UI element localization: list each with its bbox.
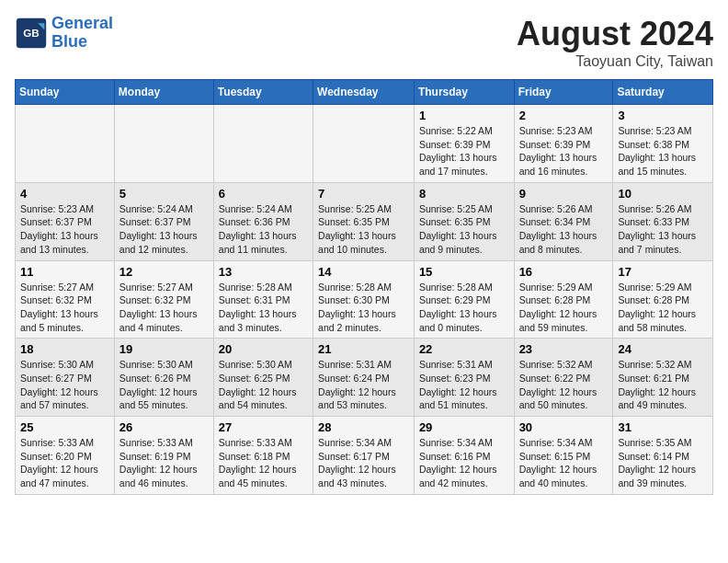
- day-number: 13: [219, 265, 308, 279]
- header-wednesday: Wednesday: [313, 80, 415, 105]
- calendar-cell: 5Sunrise: 5:24 AM Sunset: 6:37 PM Daylig…: [114, 182, 213, 260]
- calendar-cell: 27Sunrise: 5:33 AM Sunset: 6:18 PM Dayli…: [213, 417, 313, 495]
- day-number: 21: [318, 342, 409, 356]
- calendar-cell: 21Sunrise: 5:31 AM Sunset: 6:24 PM Dayli…: [313, 339, 415, 417]
- calendar-cell: 13Sunrise: 5:28 AM Sunset: 6:31 PM Dayli…: [213, 260, 313, 339]
- day-number: 20: [219, 342, 308, 356]
- svg-text:GB: GB: [23, 26, 40, 38]
- header-sunday: Sunday: [16, 80, 115, 105]
- day-number: 18: [20, 342, 109, 356]
- day-info: Sunrise: 5:25 AM Sunset: 6:35 PM Dayligh…: [419, 202, 509, 257]
- day-info: Sunrise: 5:30 AM Sunset: 6:25 PM Dayligh…: [219, 358, 308, 412]
- day-number: 9: [519, 187, 609, 201]
- day-info: Sunrise: 5:24 AM Sunset: 6:37 PM Dayligh…: [119, 202, 209, 257]
- day-info: Sunrise: 5:27 AM Sunset: 6:32 PM Dayligh…: [20, 281, 109, 335]
- day-info: Sunrise: 5:24 AM Sunset: 6:36 PM Dayligh…: [219, 202, 308, 257]
- day-info: Sunrise: 5:32 AM Sunset: 6:22 PM Dayligh…: [519, 358, 609, 412]
- calendar-cell: 8Sunrise: 5:25 AM Sunset: 6:35 PM Daylig…: [414, 182, 514, 260]
- day-number: 27: [219, 420, 308, 434]
- header-tuesday: Tuesday: [213, 80, 313, 105]
- header-friday: Friday: [514, 80, 613, 105]
- header-thursday: Thursday: [414, 80, 514, 105]
- week-row-2: 4Sunrise: 5:23 AM Sunset: 6:37 PM Daylig…: [16, 182, 713, 260]
- calendar-cell: 7Sunrise: 5:25 AM Sunset: 6:35 PM Daylig…: [313, 182, 415, 260]
- day-number: 17: [618, 265, 708, 279]
- calendar-cell: [16, 105, 115, 183]
- day-info: Sunrise: 5:33 AM Sunset: 6:18 PM Dayligh…: [219, 436, 308, 490]
- header-monday: Monday: [114, 80, 213, 105]
- day-info: Sunrise: 5:23 AM Sunset: 6:38 PM Dayligh…: [618, 124, 708, 178]
- day-info: Sunrise: 5:26 AM Sunset: 6:33 PM Dayligh…: [618, 202, 708, 257]
- day-number: 31: [618, 420, 708, 434]
- calendar-cell: 25Sunrise: 5:33 AM Sunset: 6:20 PM Dayli…: [16, 417, 115, 495]
- calendar-cell: 16Sunrise: 5:29 AM Sunset: 6:28 PM Dayli…: [514, 260, 613, 339]
- logo-icon: GB: [15, 17, 48, 50]
- calendar-cell: 22Sunrise: 5:31 AM Sunset: 6:23 PM Dayli…: [414, 339, 514, 417]
- day-info: Sunrise: 5:29 AM Sunset: 6:28 PM Dayligh…: [519, 281, 609, 335]
- day-number: 22: [419, 342, 509, 356]
- day-info: Sunrise: 5:25 AM Sunset: 6:35 PM Dayligh…: [318, 202, 409, 257]
- day-number: 30: [519, 420, 609, 434]
- day-info: Sunrise: 5:23 AM Sunset: 6:39 PM Dayligh…: [519, 124, 609, 178]
- day-info: Sunrise: 5:31 AM Sunset: 6:23 PM Dayligh…: [419, 358, 509, 412]
- day-info: Sunrise: 5:35 AM Sunset: 6:14 PM Dayligh…: [618, 436, 708, 490]
- logo: GB General Blue: [15, 15, 113, 52]
- day-number: 6: [219, 187, 308, 201]
- day-number: 23: [519, 342, 609, 356]
- day-number: 26: [119, 420, 209, 434]
- calendar-cell: 20Sunrise: 5:30 AM Sunset: 6:25 PM Dayli…: [213, 339, 313, 417]
- day-number: 3: [618, 109, 708, 122]
- day-info: Sunrise: 5:30 AM Sunset: 6:26 PM Dayligh…: [119, 358, 209, 412]
- calendar-cell: 3Sunrise: 5:23 AM Sunset: 6:38 PM Daylig…: [613, 105, 713, 183]
- day-number: 10: [618, 187, 708, 201]
- day-number: 8: [419, 187, 509, 201]
- day-number: 15: [419, 265, 509, 279]
- calendar-cell: 29Sunrise: 5:34 AM Sunset: 6:16 PM Dayli…: [414, 417, 514, 495]
- day-number: 1: [419, 109, 509, 122]
- day-info: Sunrise: 5:34 AM Sunset: 6:17 PM Dayligh…: [318, 436, 409, 490]
- header-saturday: Saturday: [613, 80, 713, 105]
- calendar-header-row: SundayMondayTuesdayWednesdayThursdayFrid…: [16, 80, 713, 105]
- title-block: August 2024 Taoyuan City, Taiwan: [517, 15, 713, 70]
- calendar-cell: 28Sunrise: 5:34 AM Sunset: 6:17 PM Dayli…: [313, 417, 415, 495]
- day-info: Sunrise: 5:32 AM Sunset: 6:21 PM Dayligh…: [618, 358, 708, 412]
- calendar-cell: [313, 105, 415, 183]
- day-info: Sunrise: 5:33 AM Sunset: 6:20 PM Dayligh…: [20, 436, 109, 490]
- week-row-5: 25Sunrise: 5:33 AM Sunset: 6:20 PM Dayli…: [16, 417, 713, 495]
- calendar-cell: 9Sunrise: 5:26 AM Sunset: 6:34 PM Daylig…: [514, 182, 613, 260]
- day-info: Sunrise: 5:22 AM Sunset: 6:39 PM Dayligh…: [419, 124, 509, 178]
- day-number: 2: [519, 109, 609, 122]
- calendar-cell: 6Sunrise: 5:24 AM Sunset: 6:36 PM Daylig…: [213, 182, 313, 260]
- day-number: 14: [318, 265, 409, 279]
- day-number: 7: [318, 187, 409, 201]
- day-number: 16: [519, 265, 609, 279]
- logo-text: General Blue: [51, 15, 113, 52]
- calendar-table: SundayMondayTuesdayWednesdayThursdayFrid…: [15, 79, 713, 495]
- day-info: Sunrise: 5:28 AM Sunset: 6:29 PM Dayligh…: [419, 281, 509, 335]
- calendar-cell: [213, 105, 313, 183]
- main-title: August 2024: [517, 15, 713, 53]
- week-row-1: 1Sunrise: 5:22 AM Sunset: 6:39 PM Daylig…: [16, 105, 713, 183]
- day-number: 25: [20, 420, 109, 434]
- calendar-cell: 18Sunrise: 5:30 AM Sunset: 6:27 PM Dayli…: [16, 339, 115, 417]
- day-number: 28: [318, 420, 409, 434]
- logo-line1: General: [51, 14, 113, 32]
- calendar-cell: 10Sunrise: 5:26 AM Sunset: 6:33 PM Dayli…: [613, 182, 713, 260]
- calendar-cell: 14Sunrise: 5:28 AM Sunset: 6:30 PM Dayli…: [313, 260, 415, 339]
- calendar-cell: 2Sunrise: 5:23 AM Sunset: 6:39 PM Daylig…: [514, 105, 613, 183]
- day-info: Sunrise: 5:26 AM Sunset: 6:34 PM Dayligh…: [519, 202, 609, 257]
- calendar-cell: 11Sunrise: 5:27 AM Sunset: 6:32 PM Dayli…: [16, 260, 115, 339]
- day-number: 29: [419, 420, 509, 434]
- calendar-cell: 4Sunrise: 5:23 AM Sunset: 6:37 PM Daylig…: [16, 182, 115, 260]
- calendar-cell: 19Sunrise: 5:30 AM Sunset: 6:26 PM Dayli…: [114, 339, 213, 417]
- day-info: Sunrise: 5:30 AM Sunset: 6:27 PM Dayligh…: [20, 358, 109, 412]
- day-info: Sunrise: 5:27 AM Sunset: 6:32 PM Dayligh…: [119, 281, 209, 335]
- calendar-cell: 12Sunrise: 5:27 AM Sunset: 6:32 PM Dayli…: [114, 260, 213, 339]
- calendar-cell: 31Sunrise: 5:35 AM Sunset: 6:14 PM Dayli…: [613, 417, 713, 495]
- day-info: Sunrise: 5:28 AM Sunset: 6:31 PM Dayligh…: [219, 281, 308, 335]
- calendar-cell: [114, 105, 213, 183]
- day-number: 4: [20, 187, 109, 201]
- day-info: Sunrise: 5:23 AM Sunset: 6:37 PM Dayligh…: [20, 202, 109, 257]
- day-number: 12: [119, 265, 209, 279]
- logo-line2: Blue: [51, 32, 87, 51]
